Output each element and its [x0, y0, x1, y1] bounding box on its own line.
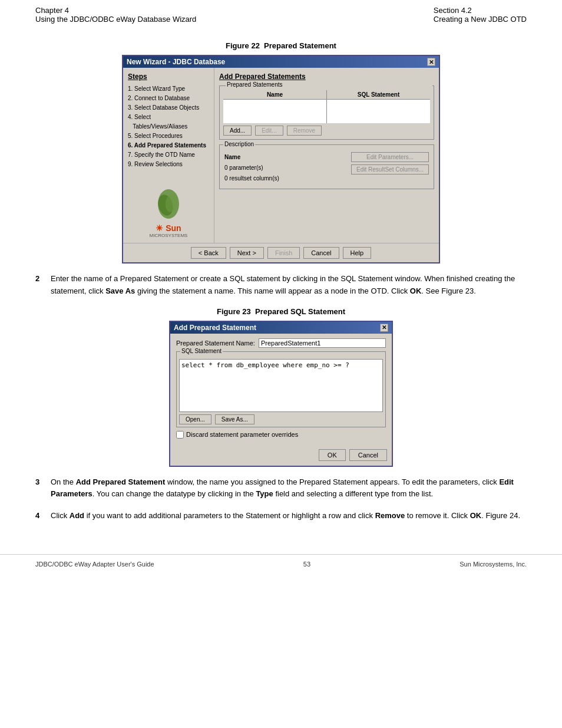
step4-text: Click Add if you want to add additional … — [51, 510, 527, 522]
page-header: Chapter 4 Using the JDBC/ODBC eWay Datab… — [0, 0, 562, 26]
ps-table-body — [223, 100, 430, 123]
desc-group-label: Description — [223, 141, 255, 147]
footer-left: JDBC/ODBC eWay Adapter User's Guide — [35, 561, 154, 568]
sun-brand-text: ☀ Sun — [128, 223, 209, 233]
sun-logo: ☀ Sun MICROSYSTEMS — [128, 186, 209, 238]
step-item-4: 4. Select — [128, 113, 209, 121]
step3-paragraph: 3 On the Add Prepared Statement window, … — [35, 476, 527, 501]
discard-checkbox-label: Discard statement parameter overrides — [186, 431, 298, 438]
sql-textarea[interactable]: select * from db_employee where emp_no >… — [179, 359, 383, 412]
add-button[interactable]: Add... — [223, 126, 252, 136]
ps-name-column — [223, 100, 327, 123]
add-ps-close-button[interactable]: ✕ — [380, 324, 388, 332]
desc-labels: Name 0 parameter(s) 0 resultset column(s… — [224, 152, 279, 184]
desc-content: Name 0 parameter(s) 0 resultset column(s… — [224, 152, 429, 184]
step2-text: Enter the name of a Prepared Statement o… — [51, 273, 527, 298]
steps-title: Steps — [128, 73, 209, 81]
page-footer: JDBC/ODBC eWay Adapter User's Guide 53 S… — [0, 554, 562, 574]
wizard-right-title: Add Prepared Statements — [219, 73, 434, 81]
wizard-dialog: New Wizard - JDBC Database ✕ Steps 1. Se… — [122, 55, 440, 263]
next-button[interactable]: Next > — [230, 247, 264, 259]
add-ps-footer: OK Cancel — [170, 447, 392, 466]
footer-center: 53 — [303, 561, 310, 568]
step-item-5: 5. Select Procedures — [128, 131, 209, 140]
sun-logo-icon — [151, 186, 186, 222]
open-button[interactable]: Open... — [179, 414, 211, 424]
cancel-button[interactable]: Cancel — [303, 247, 339, 259]
desc-buttons: Edit Parameters... Edit ResultSet Column… — [351, 152, 429, 174]
ps-table-header: Name SQL Statement — [223, 90, 430, 100]
add-ps-body: Prepared Statement Name: SQL Statement s… — [170, 334, 392, 447]
step-item-3: 3. Select Database Objects — [128, 103, 209, 112]
sun-brand-sub: MICROSYSTEMS — [128, 233, 209, 238]
col-name-header: Name — [223, 90, 327, 99]
step-item-9: 9. Review Selections — [128, 160, 209, 169]
prepared-statements-group: Prepared Statements Name SQL Statement A… — [219, 85, 434, 140]
step4-paragraph: 4 Click Add if you want to add additiona… — [35, 510, 527, 522]
step3-text: On the Add Prepared Statement window, th… — [51, 476, 527, 501]
wizard-right-panel: Add Prepared Statements Prepared Stateme… — [214, 68, 439, 243]
wizard-close-button[interactable]: ✕ — [427, 58, 435, 66]
desc-name-label: Name — [224, 152, 279, 163]
ps-name-field-label: Prepared Statement Name: — [176, 340, 255, 347]
ok-button[interactable]: OK — [319, 449, 346, 461]
step2-number: 2 — [35, 273, 45, 298]
finish-button[interactable]: Finish — [267, 247, 300, 259]
step-item-6: 6. Add Prepared Statements — [128, 141, 209, 150]
header-right: Section 4.2 Creating a New JDBC OTD — [434, 6, 527, 24]
section-title: Section 4.2 — [434, 6, 527, 15]
desc-params: 0 parameter(s) — [224, 163, 279, 173]
wizard-steps-panel: Steps 1. Select Wizard Type 2. Connect t… — [123, 68, 214, 243]
section-sub: Creating a New JDBC OTD — [434, 15, 527, 24]
steps-section: 3 On the Add Prepared Statement window, … — [35, 476, 527, 522]
remove-button[interactable]: Remove — [287, 126, 322, 136]
sql-action-buttons: Open... Save As... — [179, 414, 383, 424]
desc-resultset: 0 resultset column(s) — [224, 173, 279, 184]
wizard-footer: < Back Next > Finish Cancel Help — [123, 243, 439, 262]
discard-checkbox-row: Discard statement parameter overrides — [176, 431, 386, 439]
edit-parameters-button[interactable]: Edit Parameters... — [351, 152, 429, 162]
wizard-body: Steps 1. Select Wizard Type 2. Connect t… — [123, 68, 439, 243]
ps-name-input[interactable] — [259, 338, 386, 348]
steps-list: 1. Select Wizard Type 2. Connect to Data… — [128, 84, 209, 169]
edit-resultset-button[interactable]: Edit ResultSet Columns... — [351, 164, 429, 174]
add-ps-titlebar: Add Prepared Statement ✕ — [170, 322, 392, 334]
wizard-titlebar: New Wizard - JDBC Database ✕ — [123, 56, 439, 68]
header-left: Chapter 4 Using the JDBC/ODBC eWay Datab… — [35, 6, 196, 24]
step-item-2: 2. Connect to Database — [128, 94, 209, 103]
step-item-1: 1. Select Wizard Type — [128, 84, 209, 93]
sql-group-label: SQL Statement — [180, 348, 223, 354]
step-item-7: 7. Specify the OTD Name — [128, 150, 209, 159]
help-button[interactable]: Help — [343, 247, 372, 259]
col-sql-header: SQL Statement — [327, 90, 430, 99]
discard-checkbox[interactable] — [176, 431, 184, 439]
description-group: Description Name 0 parameter(s) 0 result… — [219, 144, 434, 189]
chapter-sub: Using the JDBC/ODBC eWay Database Wizard — [35, 15, 196, 24]
cancel-button-2[interactable]: Cancel — [349, 449, 387, 461]
sql-statement-group: SQL Statement select * from db_employee … — [176, 351, 386, 427]
step2-paragraph: 2 Enter the name of a Prepared Statement… — [35, 273, 527, 298]
back-button[interactable]: < Back — [191, 247, 226, 259]
step3-number: 3 — [35, 476, 45, 501]
add-ps-dialog: Add Prepared Statement ✕ Prepared Statem… — [169, 321, 393, 467]
step-item-4b: Tables/Views/Aliases — [128, 122, 209, 131]
ps-group-label: Prepared Statements — [226, 81, 432, 88]
figure22-title: Figure 22 Prepared Statement — [35, 41, 527, 50]
footer-right: Sun Microsystems, Inc. — [459, 561, 527, 568]
ps-sql-column — [327, 100, 430, 123]
ps-action-buttons: Add... Edit... Remove — [223, 126, 430, 136]
ps-name-row: Prepared Statement Name: — [176, 338, 386, 348]
content-area: Figure 22 Prepared Statement New Wizard … — [0, 26, 562, 542]
chapter-title: Chapter 4 — [35, 6, 196, 15]
step4-number: 4 — [35, 510, 45, 522]
figure23-title: Figure 23 Prepared SQL Statement — [35, 307, 527, 316]
save-as-button[interactable]: Save As... — [215, 414, 254, 424]
edit-button[interactable]: Edit... — [255, 126, 283, 136]
